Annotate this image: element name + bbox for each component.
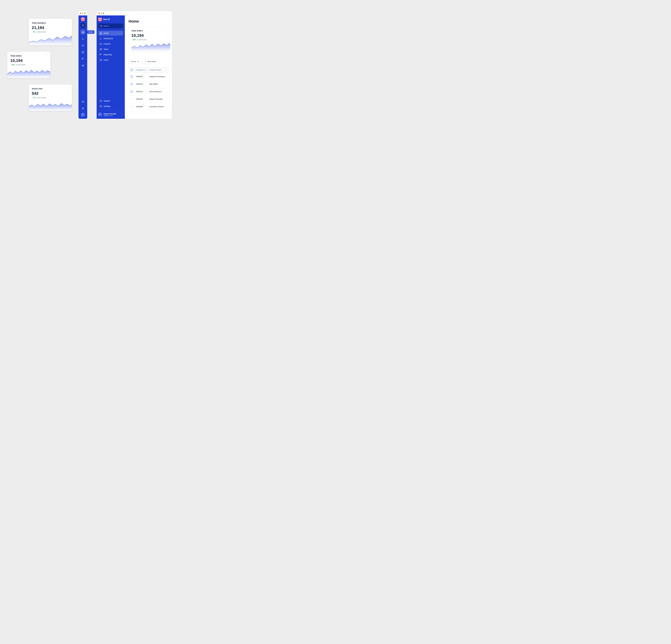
customer-name: Elsa Andersson — [149, 91, 167, 93]
search-icon — [100, 25, 102, 27]
filter-bar: All time ✕ More filters — [129, 59, 172, 64]
search-input[interactable]: Search — [98, 24, 123, 28]
sidebar-item-projects[interactable]: Projects — [98, 41, 123, 46]
table-row[interactable]: #345782Max Müller — [129, 80, 169, 88]
headset-icon — [82, 101, 84, 103]
maximize-dot-icon[interactable] — [103, 13, 104, 14]
sidebar-item-reporting[interactable] — [80, 56, 85, 61]
app-logo-icon[interactable] — [81, 17, 85, 21]
card-delta: ↑ 5% vs last month — [32, 31, 69, 33]
svg-point-0 — [82, 25, 84, 26]
app-brand[interactable]: Dot UI — [98, 17, 123, 21]
table-row[interactable]: #562354Diego Fernández — [129, 95, 169, 103]
minimize-dot-icon[interactable] — [82, 13, 83, 14]
more-filters-button[interactable]: More filters — [143, 59, 158, 64]
sidebar-item-support[interactable] — [80, 100, 85, 104]
users-icon — [82, 64, 84, 67]
sparkline-chart — [131, 41, 170, 51]
table-row[interactable]: #894569Leonardo Schmidt — [129, 103, 169, 110]
sidebar-item-home[interactable]: Home — [80, 30, 85, 35]
card-title: Active now — [32, 88, 69, 90]
table-row[interactable]: #896532Alejandro Rodríguez — [129, 73, 169, 80]
sidebar-item-dashboard[interactable]: Dashboard — [98, 36, 123, 41]
sidebar-item-dashboard[interactable] — [80, 36, 85, 41]
card-title: Total members — [32, 22, 69, 24]
row-checkbox[interactable] — [130, 105, 133, 108]
flag-icon — [100, 53, 102, 56]
sidebar: Dot UI Search Home Dashboard Projects — [97, 15, 125, 119]
svg-rect-12 — [101, 101, 102, 102]
filter-icon — [145, 61, 147, 62]
customer-id: #894569 — [136, 106, 148, 107]
nav-main: Home Dashboard Projects Tasks Reporting — [98, 31, 123, 62]
customer-name: Diego Fernández — [149, 98, 167, 100]
sidebar-item-projects[interactable] — [80, 43, 85, 48]
window-controls — [97, 11, 172, 15]
col-customer-name[interactable]: Customer Name — [149, 69, 167, 71]
app-logo-icon — [98, 17, 102, 21]
trend-up-icon: ↑ — [32, 31, 33, 33]
select-all-checkbox[interactable] — [130, 69, 133, 71]
customer-id: #562354 — [136, 98, 148, 100]
customers-table: Customer ID Customer Name #896532Alejand… — [129, 67, 169, 111]
search-button[interactable] — [80, 23, 85, 28]
sidebar-item-users[interactable] — [80, 63, 85, 68]
sidebar-item-reporting[interactable]: Reporting — [98, 52, 123, 57]
svg-rect-5 — [83, 102, 84, 103]
trend-up-icon: ↑ — [32, 97, 33, 99]
avatar — [98, 113, 102, 117]
customer-name: Alejandro Rodríguez — [149, 76, 167, 78]
users-icon — [100, 59, 102, 61]
row-checkbox[interactable] — [130, 75, 133, 78]
minimize-dot-icon[interactable] — [101, 13, 102, 14]
sparkline-chart — [29, 100, 72, 111]
check-square-icon — [100, 48, 102, 50]
stat-card-orders: Total orders 10,194 ↑ 40% vs last month — [8, 52, 50, 78]
row-checkbox[interactable] — [130, 90, 133, 93]
folder-icon — [100, 43, 102, 45]
close-dot-icon[interactable] — [80, 13, 81, 14]
maximize-dot-icon[interactable] — [84, 13, 86, 14]
row-checkbox[interactable] — [130, 83, 133, 85]
close-dot-icon[interactable] — [99, 13, 100, 14]
more-icon[interactable] — [67, 87, 69, 90]
table-row[interactable]: #653216Elsa Andersson — [129, 88, 169, 95]
close-icon[interactable]: ✕ — [137, 60, 139, 63]
trend-up-icon: ↑ — [10, 64, 11, 66]
svg-point-10 — [101, 59, 102, 60]
card-value: 10,194 — [10, 58, 47, 63]
more-icon[interactable]: ⋮ — [121, 113, 123, 116]
more-icon[interactable] — [46, 54, 48, 56]
sidebar-item-home[interactable]: Home — [98, 31, 123, 36]
svg-point-2 — [82, 65, 83, 66]
sidebar-item-settings[interactable]: Settings — [98, 104, 123, 109]
filter-alltime[interactable]: All time ✕ — [129, 59, 141, 64]
collapsed-sidebar: Home — [78, 15, 87, 119]
sidebar-item-tasks[interactable] — [80, 50, 85, 55]
sidebar-item-tasks[interactable]: Tasks — [98, 47, 123, 52]
sidebar-item-support[interactable]: Support — [98, 99, 123, 103]
svg-rect-8 — [100, 49, 102, 50]
svg-point-9 — [100, 59, 101, 60]
row-checkbox[interactable] — [130, 98, 133, 100]
collapsed-sidebar-window: Home — [78, 11, 87, 119]
col-customer-id[interactable]: Customer ID — [136, 69, 148, 71]
more-icon[interactable] — [67, 21, 69, 24]
nav-bottom: Support Settings — [98, 99, 123, 109]
card-title: Total orders — [10, 55, 47, 57]
stat-card-orders: Total orders 10,194 ↑ 40% vs last month — [129, 27, 167, 52]
svg-point-3 — [83, 65, 84, 65]
check-square-icon — [82, 51, 84, 53]
sidebar-item-users[interactable]: Users — [98, 57, 123, 62]
stat-card-members: Total members 21,194 ↑ 5% vs last month — [29, 19, 72, 45]
avatar[interactable] — [81, 113, 85, 117]
sidebar-item-settings[interactable] — [80, 106, 85, 111]
page-title: Home — [129, 19, 172, 24]
user-profile[interactable]: Emily Fairchild hi@dotui.com ⋮ — [98, 111, 123, 117]
folder-icon — [82, 44, 84, 47]
customer-name: Max Müller — [149, 83, 167, 85]
customer-name: Leonardo Schmidt — [149, 106, 167, 107]
stat-card-active: Active now 542 ↑ 3% vs last month — [29, 85, 72, 111]
app-window: Dot UI Search Home Dashboard Projects — [97, 11, 172, 119]
svg-rect-1 — [82, 51, 84, 53]
